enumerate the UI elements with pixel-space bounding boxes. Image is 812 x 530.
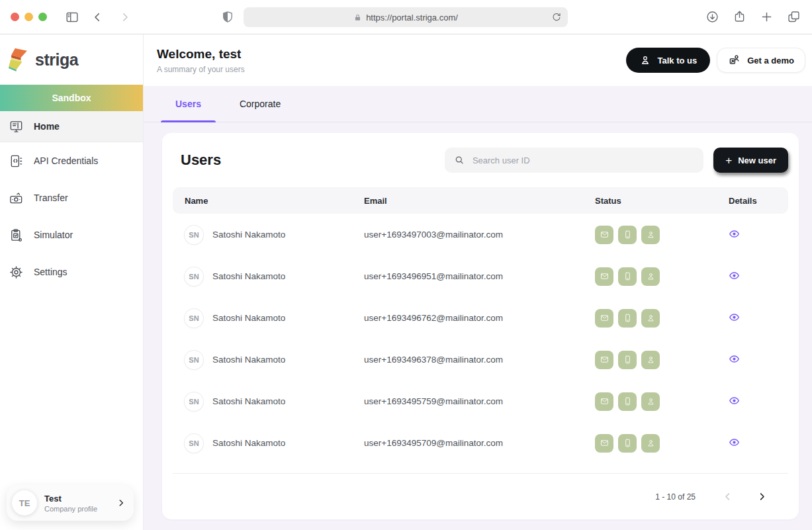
url-text: https://portal.striga.com/	[366, 13, 458, 22]
sidebar-item-label: Transfer	[34, 193, 68, 203]
page-title: Welcome, test	[157, 47, 245, 62]
table-row[interactable]: SN Satoshi Nakamoto user+1693496951@mail…	[173, 255, 788, 297]
table-row[interactable]: SN Satoshi Nakamoto user+1693496762@mail…	[173, 297, 788, 339]
email-verified-icon	[595, 392, 613, 411]
chevron-right-icon	[116, 498, 126, 508]
kyc-user-icon	[641, 226, 660, 244]
search-input[interactable]	[473, 155, 694, 165]
sidebar-item-label: Simulator	[34, 230, 73, 240]
page-header: Welcome, test A summary of your users Ta…	[144, 34, 812, 86]
simulator-clipboard-icon	[9, 228, 24, 243]
search-box[interactable]	[445, 148, 703, 173]
user-name: Satoshi Nakamoto	[212, 396, 285, 406]
column-details: Details	[729, 196, 788, 206]
get-a-demo-button[interactable]: Get a demo	[717, 48, 805, 73]
user-email: user+1693496951@mailinator.com	[364, 271, 595, 281]
column-status: Status	[595, 196, 729, 206]
person-icon	[639, 54, 651, 66]
api-credentials-icon	[9, 154, 24, 169]
company-name: Test	[44, 494, 97, 504]
sidebar-item-simulator[interactable]: Simulator	[0, 216, 143, 253]
user-name: Satoshi Nakamoto	[212, 355, 285, 365]
table-row[interactable]: SN Satoshi Nakamoto user+1693495709@mail…	[173, 422, 788, 464]
close-window-button[interactable]	[11, 13, 19, 21]
striga-logo-icon	[8, 47, 30, 72]
previous-page-icon	[718, 488, 737, 506]
forward-button	[117, 9, 133, 25]
kyc-user-icon	[641, 392, 660, 411]
user-email: user+1693495709@mailinator.com	[364, 438, 595, 448]
view-details-eye-icon[interactable]	[729, 270, 740, 281]
main-content: Welcome, test A summary of your users Ta…	[144, 34, 812, 530]
table-row[interactable]: SN Satoshi Nakamoto user+1693497003@mail…	[173, 214, 788, 255]
demo-person-icon	[728, 54, 741, 67]
company-profile-button[interactable]: TE Test Company profile	[7, 485, 134, 521]
column-email: Email	[364, 196, 595, 206]
phone-verified-icon	[618, 351, 637, 369]
user-name: Satoshi Nakamoto	[212, 313, 285, 323]
new-user-button[interactable]: + New user	[713, 148, 788, 173]
sidebar-item-transfer[interactable]: Transfer	[0, 179, 143, 216]
gear-icon	[9, 265, 24, 280]
brand-logo-row: striga	[0, 34, 143, 85]
tab-users[interactable]: Users	[161, 86, 216, 122]
table-row[interactable]: SN Satoshi Nakamoto user+1693495759@mail…	[173, 380, 788, 422]
user-email: user+1693496762@mailinator.com	[364, 313, 595, 323]
sidebar-item-home[interactable]: Home	[0, 111, 143, 142]
user-name: Satoshi Nakamoto	[212, 230, 285, 240]
column-name: Name	[173, 196, 364, 206]
reload-icon[interactable]	[551, 12, 562, 22]
view-details-eye-icon[interactable]	[729, 353, 740, 365]
avatar: SN	[185, 226, 203, 244]
email-verified-icon	[595, 267, 613, 286]
email-verified-icon	[595, 226, 613, 244]
phone-verified-icon	[618, 267, 637, 286]
view-details-eye-icon[interactable]	[729, 437, 740, 448]
tab-overview-icon[interactable]	[786, 9, 801, 25]
table-header: Name Email Status Details	[173, 187, 788, 214]
next-page-icon[interactable]	[752, 488, 771, 506]
zoom-window-button[interactable]	[38, 13, 47, 21]
sidebar-item-settings[interactable]: Settings	[0, 253, 143, 290]
kyc-user-icon	[641, 434, 660, 453]
users-card-title: Users	[181, 152, 221, 169]
pagination: 1 - 10 of 25	[173, 473, 788, 519]
kyc-user-icon	[641, 267, 660, 286]
privacy-shield-icon[interactable]	[220, 9, 235, 25]
sidebar-item-api-credentials[interactable]: API Credentials	[0, 142, 143, 179]
sidebar-toggle-icon[interactable]	[64, 9, 80, 25]
avatar: SN	[185, 351, 203, 369]
avatar: SN	[185, 309, 203, 328]
downloads-icon[interactable]	[704, 9, 720, 25]
address-bar[interactable]: https://portal.striga.com/	[244, 7, 568, 27]
avatar: SN	[185, 267, 203, 286]
users-card: Users + New user Name Email Status Detai…	[162, 133, 799, 519]
search-icon	[454, 154, 465, 166]
new-tab-icon[interactable]	[758, 9, 774, 25]
minimize-window-button[interactable]	[24, 13, 33, 21]
tab-corporate[interactable]: Corporate	[225, 86, 295, 122]
browser-chrome: https://portal.striga.com/	[0, 0, 812, 34]
view-details-eye-icon[interactable]	[729, 395, 740, 406]
share-icon[interactable]	[731, 9, 747, 25]
transfer-money-icon	[9, 191, 24, 206]
talk-to-us-button[interactable]: Talk to us	[626, 48, 710, 73]
company-avatar: TE	[12, 490, 37, 515]
environment-banner: Sandbox	[0, 85, 143, 111]
phone-verified-icon	[618, 392, 637, 411]
user-email: user+1693496378@mailinator.com	[364, 355, 595, 365]
brand-name: striga	[35, 50, 78, 69]
user-name: Satoshi Nakamoto	[212, 271, 285, 281]
view-details-eye-icon[interactable]	[729, 312, 740, 323]
table-row[interactable]: SN Satoshi Nakamoto user+1693496378@mail…	[173, 339, 788, 380]
view-details-eye-icon[interactable]	[729, 228, 740, 240]
sidebar-item-label: API Credentials	[34, 155, 98, 166]
email-verified-icon	[595, 309, 613, 328]
avatar: SN	[185, 434, 203, 453]
tab-bar: Users Corporate	[144, 86, 812, 122]
avatar: SN	[185, 392, 203, 411]
sidebar-item-label: Settings	[34, 267, 68, 277]
back-button[interactable]	[89, 9, 105, 25]
window-controls	[11, 13, 47, 21]
company-profile-label: Company profile	[44, 505, 97, 513]
